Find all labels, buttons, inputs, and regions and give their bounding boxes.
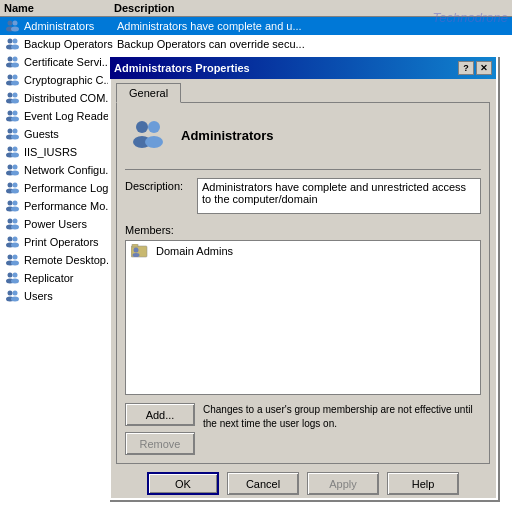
svg-point-46 xyxy=(13,219,18,224)
svg-point-44 xyxy=(8,219,13,224)
description-label: Description: xyxy=(125,178,197,192)
svg-point-51 xyxy=(11,243,19,248)
item-name: Performance Log... xyxy=(24,182,117,194)
group-icon xyxy=(4,90,20,106)
dialog-close-btn[interactable]: ✕ xyxy=(476,61,492,75)
group-icon xyxy=(4,288,20,304)
separator xyxy=(125,169,481,170)
main-window: Name Description Technodrone Administrat… xyxy=(0,0,512,508)
svg-rect-69 xyxy=(132,244,138,247)
svg-point-31 xyxy=(11,153,19,158)
item-name: Users xyxy=(24,290,117,302)
group-icon xyxy=(4,216,20,232)
svg-point-66 xyxy=(148,121,160,133)
svg-point-10 xyxy=(13,57,18,62)
svg-point-63 xyxy=(11,297,19,302)
svg-point-3 xyxy=(11,27,19,32)
help-footer-button[interactable]: Help xyxy=(387,472,459,495)
group-icon xyxy=(4,18,20,34)
svg-point-59 xyxy=(11,279,19,284)
item-name: Distributed COM... xyxy=(24,92,117,104)
description-input[interactable] xyxy=(197,178,481,214)
item-name: Administrators xyxy=(24,20,117,32)
item-name: Event Log Reade... xyxy=(24,110,117,122)
item-name: Certificate Servi... xyxy=(24,56,117,68)
group-icon xyxy=(4,162,20,178)
svg-point-4 xyxy=(8,39,13,44)
svg-point-15 xyxy=(11,81,19,86)
item-name: Guests xyxy=(24,128,117,140)
item-name: Network Configu... xyxy=(24,164,117,176)
tab-panel-general: Administrators Description: Members: xyxy=(116,102,490,464)
svg-point-71 xyxy=(133,253,140,257)
group-icon xyxy=(4,180,20,196)
svg-point-2 xyxy=(13,21,18,26)
item-name: Power Users xyxy=(24,218,117,230)
svg-point-55 xyxy=(11,261,19,266)
list-item[interactable]: Backup OperatorsBackup Operators can ove… xyxy=(0,35,512,53)
svg-point-32 xyxy=(8,165,13,170)
group-icon xyxy=(4,198,20,214)
properties-dialog: Administrators Properties ? ✕ General xyxy=(108,55,498,500)
dialog-footer: OK Cancel Apply Help xyxy=(116,464,490,501)
svg-point-38 xyxy=(13,183,18,188)
cancel-button[interactable]: Cancel xyxy=(227,472,299,495)
item-name: Replicator xyxy=(24,272,117,284)
members-label: Members: xyxy=(125,224,481,236)
svg-point-50 xyxy=(13,237,18,242)
svg-point-18 xyxy=(13,93,18,98)
svg-point-36 xyxy=(8,183,13,188)
dialog-titlebar: Administrators Properties ? ✕ xyxy=(110,57,496,79)
svg-point-70 xyxy=(134,248,139,253)
svg-point-19 xyxy=(11,99,19,104)
action-buttons: Add... Remove xyxy=(125,403,195,455)
svg-point-14 xyxy=(13,75,18,80)
dialog-help-btn[interactable]: ? xyxy=(458,61,474,75)
item-name: Performance Mo... xyxy=(24,200,117,212)
svg-point-62 xyxy=(13,291,18,296)
add-button[interactable]: Add... xyxy=(125,403,195,426)
group-icon xyxy=(4,108,20,124)
svg-point-54 xyxy=(13,255,18,260)
svg-point-24 xyxy=(8,129,13,134)
svg-point-39 xyxy=(11,189,19,194)
svg-point-12 xyxy=(8,75,13,80)
list-item[interactable]: AdministratorsAdministrators have comple… xyxy=(0,17,512,35)
item-desc: Administrators have complete and u... xyxy=(117,20,508,32)
group-icon xyxy=(4,54,20,70)
item-name: Print Operators xyxy=(24,236,117,248)
svg-point-20 xyxy=(8,111,13,116)
svg-point-64 xyxy=(136,121,148,133)
item-name: Remote Desktop... xyxy=(24,254,117,266)
svg-point-8 xyxy=(8,57,13,62)
svg-point-0 xyxy=(8,21,13,26)
ok-button[interactable]: OK xyxy=(147,472,219,495)
tab-general[interactable]: General xyxy=(116,83,181,103)
svg-point-43 xyxy=(11,207,19,212)
item-name: IIS_IUSRS xyxy=(24,146,117,158)
group-icon xyxy=(4,234,20,250)
remove-button[interactable]: Remove xyxy=(125,432,195,455)
header-desc: Description xyxy=(114,2,508,14)
svg-point-30 xyxy=(13,147,18,152)
svg-point-27 xyxy=(11,135,19,140)
item-desc: Backup Operators can override secu... xyxy=(117,38,508,50)
svg-point-48 xyxy=(8,237,13,242)
member-name: Domain Admins xyxy=(156,245,233,257)
group-icon xyxy=(4,270,20,286)
svg-point-34 xyxy=(13,165,18,170)
member-icon xyxy=(130,243,150,259)
item-name: Backup Operators xyxy=(24,38,117,50)
svg-point-56 xyxy=(8,273,13,278)
svg-point-23 xyxy=(11,117,19,122)
list-header: Name Description xyxy=(0,0,512,17)
description-row: Description: xyxy=(125,178,481,214)
svg-point-22 xyxy=(13,111,18,116)
apply-button[interactable]: Apply xyxy=(307,472,379,495)
svg-point-11 xyxy=(11,63,19,68)
tab-strip: General xyxy=(116,83,490,102)
note-text: Changes to a user's group membership are… xyxy=(203,403,481,431)
svg-point-26 xyxy=(13,129,18,134)
svg-point-42 xyxy=(13,201,18,206)
admin-header: Administrators xyxy=(125,111,481,159)
